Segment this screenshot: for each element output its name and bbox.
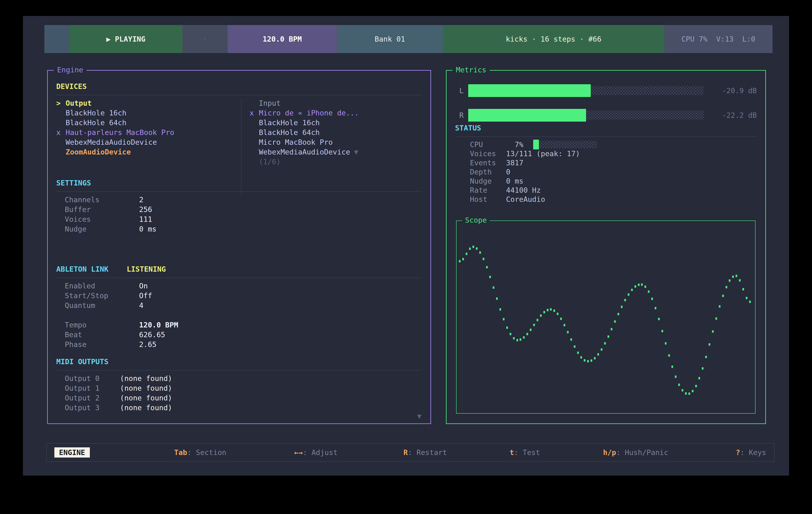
midi-output-row[interactable]: Output 1 (none found) xyxy=(56,383,422,393)
setting-value: 111 xyxy=(139,215,152,223)
link-row[interactable]: Phase 2.65 xyxy=(56,339,422,349)
hint-key: ? xyxy=(736,448,740,457)
link-row[interactable]: Beat 626.65 xyxy=(56,330,422,339)
bpm-display[interactable]: 120.0 BPM xyxy=(228,25,337,53)
device-label: BlackHole 64ch xyxy=(66,118,126,127)
scope-dot xyxy=(523,336,525,339)
track-info[interactable]: kicks · 16 steps · #66 xyxy=(443,25,664,53)
hint-test[interactable]: t: Test xyxy=(510,448,540,457)
scope-dot xyxy=(689,393,690,395)
scope-dot xyxy=(472,246,474,248)
device-item[interactable]: ZoomAudioDevice xyxy=(56,147,241,157)
device-item[interactable]: WebexMediaAudioDevice xyxy=(56,137,241,147)
meter-left-db: -20.9 dB xyxy=(708,86,757,95)
link-row[interactable]: Tempo 120.0 BPM xyxy=(56,320,422,330)
device-item[interactable]: BlackHole 64ch xyxy=(56,118,241,127)
status-row: Depth 0 xyxy=(455,167,757,176)
midi-output-row[interactable]: Output 2 (none found) xyxy=(56,393,422,403)
screen: { "topbar":{ "tab_stub":"", "transport":… xyxy=(0,0,812,514)
setting-row[interactable]: Channels 2 xyxy=(56,195,422,205)
settings-rows: Channels 2 Buffer 256 Voices 111 Nu xyxy=(56,195,422,234)
divider xyxy=(56,278,422,278)
device-item[interactable]: BlackHole 64ch xyxy=(250,127,422,137)
scope-dot xyxy=(648,290,649,293)
midi-output-value: (none found) xyxy=(120,374,172,383)
hint-restart[interactable]: R: Restart xyxy=(403,448,447,457)
meter-right-track xyxy=(468,109,704,122)
midi-output-row[interactable]: Output 3 (none found) xyxy=(56,403,422,413)
scope-dot xyxy=(732,276,734,278)
scope-dot xyxy=(722,295,724,297)
scope-dot xyxy=(462,258,464,260)
status-label: Rate xyxy=(470,186,506,194)
device-item[interactable]: BlackHole 16ch xyxy=(56,108,241,118)
hint-keys[interactable]: ?: Keys xyxy=(736,448,766,457)
scroll-more-icon[interactable]: ▼ xyxy=(417,412,422,420)
scope-dot xyxy=(483,258,484,260)
device-item[interactable]: x Micro de « iPhone de... xyxy=(250,108,422,118)
scope-dot xyxy=(584,359,585,361)
scope-dot xyxy=(608,335,609,338)
scope-dot xyxy=(726,286,727,288)
midi-output-value: (none found) xyxy=(120,394,172,402)
scope-dot xyxy=(526,333,528,335)
midi-output-value: (none found) xyxy=(120,384,172,392)
setting-row[interactable]: Nudge 0 ms xyxy=(56,224,422,234)
footer-bar: ENGINE Tab: Section ←→: Adjust R: Restar… xyxy=(46,443,775,462)
link-value: 626.65 xyxy=(139,330,165,339)
scope-dot xyxy=(614,321,616,323)
device-item[interactable]: BlackHole 16ch xyxy=(250,118,422,127)
scope-dot xyxy=(719,305,721,308)
status-value: 3817 xyxy=(506,158,523,167)
midi-rows: Output 0 (none found) Output 1 (none fou… xyxy=(56,373,422,413)
link-label: Phase xyxy=(65,340,139,349)
setting-row[interactable]: Buffer 256 xyxy=(56,205,422,214)
engine-panel-title: Engine xyxy=(54,65,87,74)
hint-section[interactable]: Tab: Section xyxy=(174,448,226,457)
bank-display[interactable]: Bank 01 xyxy=(337,25,443,53)
device-label: Micro de « iPhone de... xyxy=(259,109,359,117)
meter-left-label: L xyxy=(459,86,468,95)
device-item[interactable]: Input xyxy=(250,98,422,108)
setting-row[interactable]: Voices 111 xyxy=(56,214,422,224)
transport-status[interactable]: ▶ PLAYING xyxy=(69,25,182,53)
link-row[interactable]: Enabled On xyxy=(56,281,422,291)
link-value: 4 xyxy=(139,301,143,310)
status-label: Voices xyxy=(470,149,506,158)
selection-marker: x xyxy=(56,128,66,137)
selection-marker: x xyxy=(250,109,259,117)
device-item[interactable]: Micro MacBook Pro xyxy=(250,137,422,147)
link-row[interactable]: Quantum 4 xyxy=(56,301,422,310)
tab-stub[interactable] xyxy=(45,25,69,53)
scope-dot xyxy=(560,318,562,320)
cpu-row: CPU 7% xyxy=(455,140,757,149)
dropdown-arrow-icon[interactable]: ▼ xyxy=(354,148,358,156)
scope-dot xyxy=(553,309,555,312)
scope-dot xyxy=(644,285,646,288)
device-item[interactable]: x Haut-parleurs MacBook Pro xyxy=(56,127,241,137)
link-value: Off xyxy=(139,292,152,300)
scope-dot xyxy=(715,318,717,320)
link-value: 120.0 BPM xyxy=(139,321,178,329)
hint-hush-panic[interactable]: h/p: Hush/Panic xyxy=(603,448,668,457)
meter-left-track xyxy=(468,84,704,97)
device-item[interactable]: WebexMediaAudioDevice ▼ xyxy=(250,147,422,157)
status-row: Nudge 0 ms xyxy=(455,176,757,185)
hint-desc: : Restart xyxy=(408,448,447,457)
scope-dot xyxy=(665,342,667,344)
status-label: Host xyxy=(470,195,506,204)
settings-header: SETTINGS xyxy=(56,179,422,187)
midi-output-row[interactable]: Output 0 (none found) xyxy=(56,373,422,383)
setting-label: Nudge xyxy=(65,225,139,233)
hint-adjust[interactable]: ←→: Adjust xyxy=(294,448,338,457)
scope-dot xyxy=(702,367,703,369)
scope-dot xyxy=(662,330,663,332)
selection-marker: > xyxy=(56,99,66,108)
link-row[interactable]: Start/Stop Off xyxy=(56,291,422,301)
device-item[interactable]: (1/6) xyxy=(250,157,422,167)
device-label: WebexMediaAudioDevice xyxy=(259,148,350,156)
status-value: 0 ms xyxy=(506,177,523,185)
device-item[interactable]: > Output xyxy=(56,98,241,108)
scope-dot xyxy=(671,366,673,368)
scope-dot xyxy=(577,352,579,354)
